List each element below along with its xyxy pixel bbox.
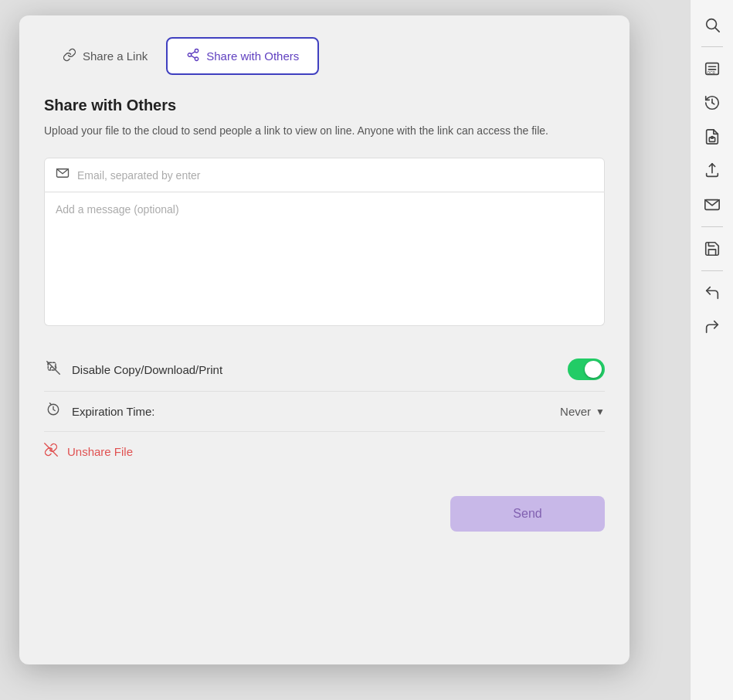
section-description: Upload your file to the cloud to send pe… (44, 122, 569, 139)
tab-share-link[interactable]: Share a Link (44, 37, 166, 75)
email-input[interactable] (77, 169, 593, 182)
expiration-icon (44, 403, 63, 420)
svg-line-16 (192, 52, 195, 54)
send-button[interactable]: Send (450, 496, 605, 532)
email-input-row (44, 158, 605, 192)
svg-line-15 (192, 56, 195, 58)
svg-line-18 (47, 362, 60, 375)
sidebar-divider-2 (701, 226, 723, 227)
expiration-dropdown[interactable]: Never ▼ (560, 405, 605, 418)
sidebar-divider-3 (701, 270, 723, 271)
redo-icon[interactable] (697, 311, 728, 342)
tab-share-link-label: Share a Link (83, 49, 148, 63)
expiration-value-text: Never (560, 405, 591, 418)
lock-doc-icon[interactable] (697, 121, 728, 152)
svg-line-7 (712, 103, 714, 104)
share-modal: Share a Link Share with Others Share wit… (19, 15, 629, 664)
share-others-icon (186, 48, 200, 64)
send-button-row: Send (44, 496, 605, 532)
tab-bar: Share a Link Share with Others (44, 37, 605, 75)
history-icon[interactable] (697, 87, 728, 118)
envelope-sidebar-icon[interactable] (697, 189, 728, 220)
toggle-thumb (585, 361, 602, 378)
toggle-track (568, 358, 605, 380)
disable-copy-toggle[interactable] (568, 358, 605, 380)
tab-share-others[interactable]: Share with Others (166, 37, 319, 75)
ocr-icon[interactable]: OCR (697, 53, 728, 84)
right-sidebar: OCR (690, 0, 733, 700)
chevron-down-icon: ▼ (596, 406, 605, 417)
unshare-row[interactable]: Unshare File (44, 432, 605, 471)
undo-icon[interactable] (697, 277, 728, 308)
disable-copy-label: Disable Copy/Download/Print (72, 363, 558, 376)
disable-copy-icon (44, 361, 63, 379)
search-icon[interactable] (697, 9, 728, 40)
upload-share-icon[interactable] (697, 155, 728, 186)
link-icon (63, 48, 76, 64)
svg-line-1 (715, 28, 719, 32)
message-textarea[interactable] (56, 203, 593, 311)
options-section: Disable Copy/Download/Print Expiration T… (44, 348, 605, 471)
sidebar-divider-1 (701, 46, 723, 47)
svg-text:OCR: OCR (707, 71, 715, 75)
disable-copy-row: Disable Copy/Download/Print (44, 348, 605, 392)
tab-share-others-label: Share with Others (206, 49, 299, 63)
section-title: Share with Others (44, 97, 605, 114)
svg-line-21 (50, 403, 52, 405)
save-icon[interactable] (697, 233, 728, 264)
message-area (44, 192, 605, 326)
email-icon (56, 166, 70, 184)
expiration-label: Expiration Time: (72, 405, 551, 418)
expiration-row: Expiration Time: Never ▼ (44, 392, 605, 432)
unshare-icon (44, 443, 58, 460)
unshare-label: Unshare File (67, 445, 133, 458)
